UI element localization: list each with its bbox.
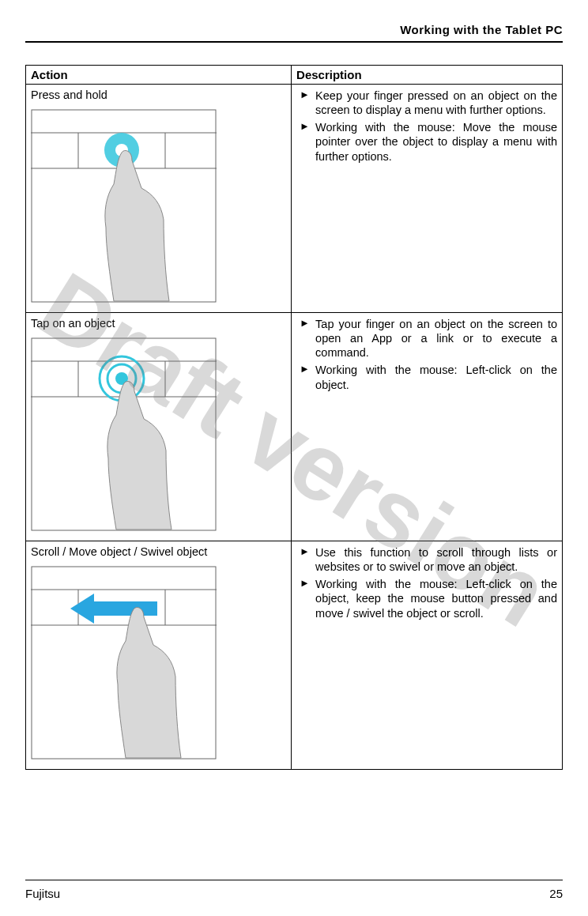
gesture-table: Action Description Press and hold — [25, 65, 563, 770]
svg-rect-20 — [94, 601, 157, 616]
footer-page-number: 25 — [549, 887, 563, 900]
action-title: Press and hold — [31, 89, 286, 101]
desc-item: Working with the mouse: Move the mouse p… — [296, 120, 557, 163]
desc-item: Keep your finger pressed on an object on… — [296, 89, 557, 117]
page-footer: Fujitsu 25 — [25, 880, 563, 900]
gesture-figure-press-hold — [31, 109, 286, 303]
gesture-figure-tap — [31, 337, 286, 531]
table-row: Press and hold — [26, 85, 563, 313]
desc-item: Working with the mouse: Left-click on th… — [296, 363, 557, 391]
action-title: Scroll / Move object / Swivel object — [31, 545, 286, 558]
desc-item: Tap your finger on an object on the scre… — [296, 317, 557, 360]
table-row: Tap on an object — [26, 313, 563, 541]
table-row: Scroll / Move object / Swivel object — [26, 541, 563, 770]
page-container: Working with the Tablet PC Action Descri… — [0, 0, 588, 916]
table-header-description: Description — [292, 66, 563, 85]
action-title: Tap on an object — [31, 317, 286, 330]
page-header: Working with the Tablet PC — [25, 23, 563, 43]
gesture-figure-scroll — [31, 566, 286, 760]
desc-item: Working with the mouse: Left-click on th… — [296, 577, 557, 620]
desc-item: Use this function to scroll through list… — [296, 545, 557, 574]
table-header-action: Action — [26, 66, 292, 85]
footer-brand: Fujitsu — [25, 887, 60, 900]
